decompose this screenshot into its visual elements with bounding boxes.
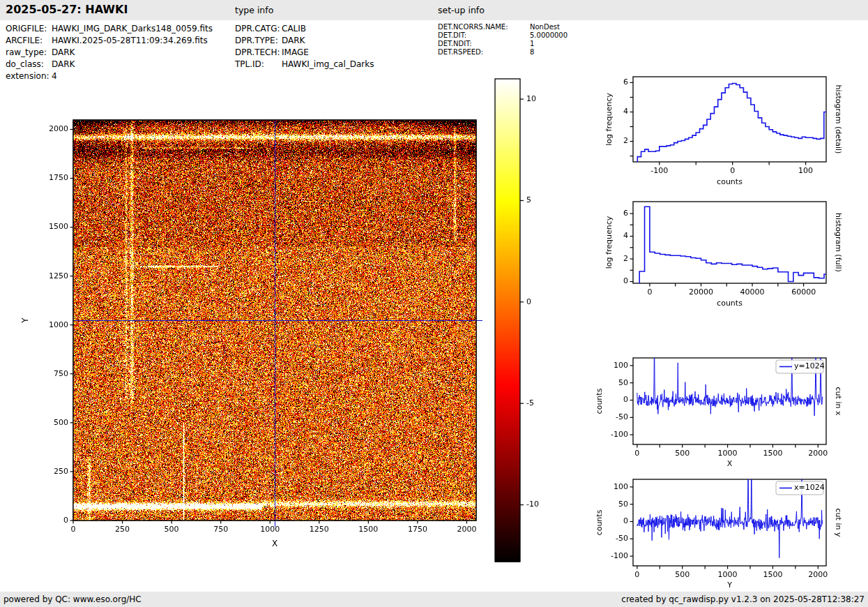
field-label: do_class: <box>6 59 52 69</box>
field-value: NonDest <box>530 23 560 31</box>
field-value: IMAGE <box>282 47 309 57</box>
setup-info-heading: set-up info <box>438 5 485 15</box>
field-value: DARK <box>52 59 75 69</box>
histogram-full-plot <box>593 198 868 327</box>
type-info-heading: type info <box>235 5 273 15</box>
file-info-row: raw_type:DARK <box>6 47 75 57</box>
field-value: HAWKI_img_cal_Darks <box>282 59 374 69</box>
field-label: DPR.TECH: <box>235 47 282 57</box>
type-info-row: DPR.CATG:CALIB <box>235 24 306 33</box>
cut-in-y-plot <box>593 470 868 592</box>
field-label: DET.DIT: <box>438 31 530 39</box>
page-title: 2025-05-27: HAWKI <box>6 3 128 16</box>
field-value: CALIB <box>282 24 306 33</box>
file-info-row: do_class:DARK <box>6 59 75 69</box>
field-value: DARK <box>282 36 305 45</box>
field-value: 4 <box>52 71 57 81</box>
type-info-row: DPR.TYPE:DARK <box>235 36 305 45</box>
field-label: DET.NCORRS.NAME: <box>438 23 530 31</box>
field-label: DPR.CATG: <box>235 24 282 33</box>
field-value: 8 <box>530 48 534 56</box>
field-value: HAWKI_IMG_DARK_Darks148_0059.fits <box>52 24 213 33</box>
cut-in-x-plot <box>593 347 868 472</box>
type-info-row: TPL.ID:HAWKI_img_cal_Darks <box>235 59 374 69</box>
setup-info-row: DET.NDIT:1 <box>438 40 534 47</box>
setup-info-row: DET.NCORRS.NAME:NonDest <box>438 23 560 31</box>
footer-powered-by: powered by QC: www.eso.org/HC <box>3 594 142 604</box>
field-label: ORIGFILE: <box>6 24 52 33</box>
file-info-row: ARCFILE:HAWKI.2025-05-28T11:09:34.269.fi… <box>6 36 208 45</box>
field-label: DET.NDIT: <box>438 40 530 47</box>
field-label: TPL.ID: <box>235 59 282 69</box>
field-label: ARCFILE: <box>6 36 52 45</box>
field-value: DARK <box>52 47 75 57</box>
field-label: extension: <box>6 71 52 81</box>
type-info-row: DPR.TECH:IMAGE <box>235 47 309 57</box>
field-label: DPR.TYPE: <box>235 36 282 45</box>
colorbar <box>488 73 565 572</box>
setup-info-row: DET.DIT:5.0000000 <box>438 31 568 39</box>
field-label: DET.RSPEED: <box>438 48 530 56</box>
footer-created-by: created by qc_rawdisp.py v1.2.3 on 2025-… <box>621 594 865 604</box>
setup-info-row: DET.RSPEED:8 <box>438 48 534 56</box>
field-value: HAWKI.2025-05-28T11:09:34.269.fits <box>52 36 208 45</box>
main-image-plot <box>17 98 492 565</box>
file-info-row: extension:4 <box>6 71 57 81</box>
header-bar: 2025-05-27: HAWKI type info set-up info <box>0 0 868 20</box>
file-info-row: ORIGFILE:HAWKI_IMG_DARK_Darks148_0059.fi… <box>6 24 213 33</box>
field-value: 5.0000000 <box>530 31 568 39</box>
field-label: raw_type: <box>6 47 52 57</box>
histogram-detail-plot <box>593 67 868 197</box>
field-value: 1 <box>530 40 534 47</box>
